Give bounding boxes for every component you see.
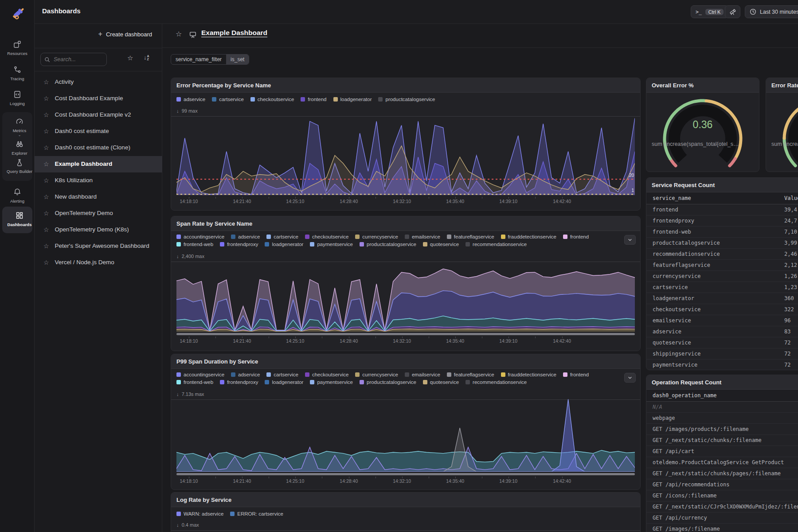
command-palette-button[interactable]: >_ Ctrl K: [691, 5, 728, 18]
dashboard-list-item[interactable]: ☆Vercel / Node.js Demo: [35, 254, 162, 271]
chart-zoom-scrollbar[interactable]: [176, 473, 635, 475]
legend-item[interactable]: productcatalogservice: [360, 242, 416, 247]
dashboard-list-item[interactable]: ☆New dashboard: [35, 189, 162, 205]
legend-item[interactable]: frontend-web: [176, 242, 213, 247]
legend-item[interactable]: paymentservice: [310, 379, 353, 385]
dashboard-list-item[interactable]: ☆Activity: [35, 74, 162, 90]
table-row[interactable]: GET /api/cart: [646, 446, 798, 457]
table-row[interactable]: featureflagservice2,12: [646, 260, 798, 271]
table-row[interactable]: frontendproxy24,7: [646, 215, 798, 227]
dashboard-title[interactable]: Example Dashboard: [201, 29, 267, 37]
legend-item[interactable]: loadgenerator: [265, 242, 303, 247]
dashboard-list-item[interactable]: ☆Example Dashboard: [35, 156, 162, 172]
legend-item[interactable]: currencyservice: [355, 372, 398, 377]
table-row[interactable]: GET /icons/:filename: [646, 490, 798, 501]
dashboard-list-item[interactable]: ☆Cost Dashboard Example v2: [35, 107, 162, 123]
legend-item[interactable]: frauddetectionservice: [501, 372, 556, 377]
create-dashboard-button[interactable]: + Create dashboard: [98, 30, 152, 38]
filter-chip[interactable]: service_name_filter is_set: [171, 54, 249, 65]
legend-expand-button[interactable]: [624, 373, 636, 383]
span-rate-chart[interactable]: [176, 261, 635, 332]
table-row[interactable]: GET /_next/static/chunks/pages/:filename: [646, 468, 798, 479]
legend-item[interactable]: frontend: [563, 372, 589, 377]
table-row[interactable]: frontend39,4: [646, 204, 798, 215]
table-row[interactable]: cartservice1,23: [646, 282, 798, 293]
sidebar-item-resources[interactable]: Resources: [0, 40, 35, 56]
error-percentage-chart[interactable]: 201: [176, 117, 635, 195]
dashboard-list-item[interactable]: ☆Cost Dashboard Example: [35, 90, 162, 107]
legend-item[interactable]: recommendationservice: [466, 242, 527, 247]
legend-item[interactable]: cartservice: [266, 234, 298, 239]
sidebar-item-alerting[interactable]: Alerting: [0, 188, 35, 203]
dashboard-list-item[interactable]: ☆Dash0 cost estimate: [35, 123, 162, 140]
table-row[interactable]: GET /api/currency: [646, 512, 798, 524]
table-row[interactable]: checkoutservice322: [646, 304, 798, 315]
legend-item[interactable]: checkoutservice: [305, 372, 348, 377]
table-row[interactable]: recommendationservice2,46: [646, 249, 798, 260]
legend-item[interactable]: adservice: [231, 234, 260, 239]
table-row[interactable]: loadgenerator360: [646, 293, 798, 304]
table-row[interactable]: GET /api/recommendations: [646, 479, 798, 490]
legend-item[interactable]: quoteservice: [423, 379, 459, 385]
sidebar-item-metrics[interactable]: Metrics ⌄: [2, 117, 37, 136]
dash0-logo[interactable]: [9, 6, 25, 22]
table-row[interactable]: quoteservice72: [646, 337, 798, 348]
favorites-filter-button[interactable]: ☆: [127, 54, 133, 62]
legend-item[interactable]: accountingservice: [176, 234, 224, 239]
legend-item[interactable]: adservice: [176, 97, 205, 102]
column-service-name[interactable]: service_name: [646, 195, 691, 201]
search-input[interactable]: [53, 56, 103, 63]
p99-duration-chart[interactable]: [176, 399, 635, 472]
legend-item[interactable]: cartservice: [212, 97, 244, 102]
legend-item[interactable]: frontendproxy: [220, 379, 258, 385]
legend-item[interactable]: emailservice: [405, 234, 440, 239]
legend-item[interactable]: ERROR: cartservice: [230, 511, 283, 516]
dashboard-list-item[interactable]: ☆OpenTelemetry Demo: [35, 205, 162, 222]
table-row[interactable]: shippingservice72: [646, 348, 798, 360]
column-operation-name[interactable]: dash0_operation_name: [646, 392, 717, 399]
time-range-button[interactable]: Last 30 minutes: [745, 5, 798, 18]
legend-item[interactable]: frauddetectionservice: [501, 234, 556, 239]
presentation-icon[interactable]: [189, 31, 197, 40]
legend-item[interactable]: emailservice: [405, 372, 440, 377]
legend-item[interactable]: frontend: [301, 97, 326, 102]
sort-button[interactable]: ↓ AZ: [144, 54, 149, 61]
table-row[interactable]: GET /_next/static/CJr9clXO0WXMduPmIjdez/…: [646, 501, 798, 512]
legend-item[interactable]: cartservice: [266, 372, 298, 377]
table-row[interactable]: GET /images/products/:filename: [646, 424, 798, 435]
sidebar-item-logging[interactable]: Logging: [0, 90, 35, 106]
telescope-button[interactable]: [725, 5, 740, 18]
dashboard-list-item[interactable]: ☆Peter's Super Awesome Dashboard: [35, 238, 162, 254]
legend-item[interactable]: WARN: adservice: [176, 511, 223, 516]
table-row[interactable]: GET /_next/static/chunks/:filename: [646, 435, 798, 446]
dashboard-list-item[interactable]: ☆K8s Utilization: [35, 172, 162, 189]
table-row[interactable]: currencyservice1,26: [646, 271, 798, 282]
legend-item[interactable]: productcatalogservice: [360, 379, 416, 385]
favorite-star-icon[interactable]: ☆: [176, 30, 182, 38]
legend-item[interactable]: recommendationservice: [466, 379, 527, 385]
legend-item[interactable]: loadgenerator: [265, 379, 303, 385]
sidebar-item-explorer[interactable]: Explorer: [2, 140, 37, 156]
legend-item[interactable]: checkoutservice: [250, 97, 294, 102]
legend-item[interactable]: accountingservice: [176, 372, 224, 377]
sidebar-item-dashboards[interactable]: Dashboards: [2, 211, 37, 227]
table-row[interactable]: productcatalogservice3,99: [646, 238, 798, 249]
table-row[interactable]: webpage: [646, 413, 798, 424]
legend-expand-button[interactable]: [624, 235, 636, 245]
dashboard-list-item[interactable]: ☆Dash0 cost estimate (Clone): [35, 140, 162, 156]
table-row[interactable]: adservice83: [646, 326, 798, 337]
legend-item[interactable]: productcatalogservice: [378, 97, 435, 102]
dashboard-list-item[interactable]: ☆OpenTelemetry Demo (K8s): [35, 222, 162, 238]
legend-item[interactable]: checkoutservice: [305, 234, 348, 239]
sidebar-item-query-builder[interactable]: Query Builder: [2, 158, 37, 174]
log-rate-chart[interactable]: [176, 530, 635, 532]
sidebar-item-tracing[interactable]: Tracing: [0, 65, 35, 81]
table-row[interactable]: N/A: [646, 402, 798, 413]
legend-item[interactable]: currencyservice: [355, 234, 398, 239]
table-row[interactable]: frontend-web7,10: [646, 227, 798, 238]
table-row[interactable]: paymentservice72: [646, 360, 798, 370]
table-row[interactable]: oteldemo.ProductCatalogService GetProduc…: [646, 457, 798, 468]
legend-item[interactable]: frontend-web: [176, 379, 213, 385]
legend-item[interactable]: adservice: [231, 372, 260, 377]
table-row[interactable]: GET /images/:filename: [646, 524, 798, 532]
